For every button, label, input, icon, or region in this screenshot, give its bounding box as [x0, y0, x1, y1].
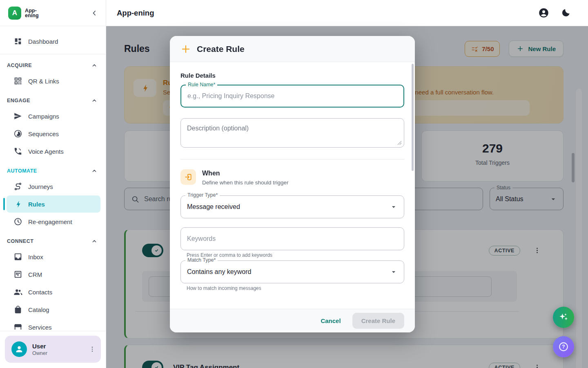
- keywords-field[interactable]: [180, 227, 404, 250]
- help-fab[interactable]: ?: [553, 336, 574, 357]
- description-field[interactable]: Description (optional): [180, 118, 404, 148]
- sidebar-item-qr-links[interactable]: QR & Links: [7, 72, 100, 90]
- sidebar: A App- ening Dashboard ACQUIRE QR & Link…: [0, 0, 106, 368]
- user-menu-button[interactable]: [89, 346, 96, 353]
- inbox-icon: [13, 252, 22, 261]
- chevron-down-icon: [390, 203, 398, 211]
- app-logo: A: [8, 7, 21, 20]
- sidebar-item-re-engagement[interactable]: Re-engagement: [7, 213, 100, 230]
- trigger-type-label: Trigger Type*: [185, 192, 220, 198]
- user-name: User: [32, 343, 47, 350]
- sparkles-icon: [558, 312, 569, 323]
- when-texts: When Define when this rule should trigge…: [202, 169, 289, 186]
- account-button[interactable]: [538, 7, 549, 18]
- sidebar-item-campaigns[interactable]: Campaigns: [7, 108, 100, 125]
- sidebar-item-label: QR & Links: [28, 78, 59, 85]
- sidebar-item-label: Dashboard: [28, 38, 58, 45]
- route-icon: [13, 182, 22, 191]
- more-vert-icon: [89, 346, 96, 353]
- modal-scrollbar-thumb[interactable]: [412, 64, 414, 171]
- account-circle-icon: [538, 7, 549, 18]
- rule-name-field[interactable]: Rule Name*: [180, 85, 404, 108]
- sidebar-section-connect[interactable]: CONNECT: [0, 234, 106, 247]
- match-type-label: Match Type*: [185, 257, 218, 263]
- phone-icon: [13, 147, 22, 156]
- moon-icon: [561, 8, 571, 18]
- sidebar-section-acquire[interactable]: ACQUIRE: [0, 58, 106, 72]
- storefront-icon: [13, 323, 22, 330]
- resize-handle-icon[interactable]: [397, 141, 402, 145]
- trigger-type-select[interactable]: Trigger Type* Message received: [180, 195, 404, 218]
- trigger-type-value: Message received: [187, 203, 240, 211]
- sidebar-item-voice-agents[interactable]: Voice Agents: [7, 143, 100, 160]
- plus-icon: [180, 44, 191, 54]
- sidebar-item-dashboard[interactable]: Dashboard: [7, 33, 100, 50]
- divider: [0, 54, 106, 54]
- sidebar-item-label: CRM: [28, 271, 42, 278]
- create-rule-modal: Create Rule Rule Details Rule Name* Desc…: [170, 36, 415, 332]
- top-header: App-ening: [106, 0, 588, 26]
- sidebar-item-contacts[interactable]: Contacts: [7, 283, 100, 301]
- sidebar-item-sequences[interactable]: Sequences: [7, 125, 100, 142]
- rule-name-label: Rule Name*: [186, 82, 217, 88]
- sidebar-item-rules[interactable]: Rules: [7, 195, 100, 213]
- user-card[interactable]: User Owner: [5, 336, 101, 363]
- send-icon: [13, 112, 22, 121]
- sidebar-item-label: Journeys: [28, 183, 53, 190]
- modal-header: Create Rule: [170, 36, 415, 62]
- qr-code-icon: [13, 76, 22, 85]
- help-icon: ?: [558, 341, 569, 352]
- dashboard-icon: [13, 37, 22, 46]
- rule-name-input[interactable]: [187, 92, 397, 100]
- sidebar-item-label: Catalog: [28, 306, 49, 313]
- sidebar-header: A App- ening: [0, 0, 106, 26]
- sidebar-item-label: Voice Agents: [28, 148, 64, 155]
- modal-body: Rule Details Rule Name* Description (opt…: [170, 62, 415, 309]
- section-label: ACQUIRE: [7, 63, 32, 68]
- modal-footer: Cancel Create Rule: [170, 309, 415, 332]
- create-rule-submit-button[interactable]: Create Rule: [352, 313, 404, 329]
- timelapse-icon: [13, 129, 22, 138]
- when-section-header: When Define when this rule should trigge…: [180, 169, 404, 186]
- dark-mode-toggle[interactable]: [561, 8, 571, 18]
- when-title: When: [202, 170, 289, 177]
- sidebar-item-label: Sequences: [28, 130, 59, 137]
- user-meta: User Owner: [32, 343, 47, 356]
- match-type-value: Contains any keyword: [187, 268, 251, 276]
- sidebar-item-label: Contacts: [28, 289, 52, 296]
- clock-icon: [13, 217, 22, 226]
- match-type-select[interactable]: Match Type* Contains any keyword: [180, 260, 404, 283]
- sidebar-item-catalog[interactable]: Catalog: [7, 301, 100, 318]
- header-actions: [538, 7, 571, 18]
- chevron-up-icon: [91, 97, 98, 104]
- chevron-left-icon: [90, 9, 98, 17]
- sidebar-item-label: Services: [28, 324, 52, 330]
- sidebar-item-journeys[interactable]: Journeys: [7, 178, 100, 195]
- sidebar-item-crm[interactable]: CRM: [7, 266, 100, 283]
- chevron-up-icon: [91, 238, 98, 245]
- ai-assistant-fab[interactable]: [553, 307, 574, 328]
- cancel-button[interactable]: Cancel: [315, 314, 346, 328]
- sidebar-collapse-button[interactable]: [90, 9, 98, 17]
- when-subtitle: Define when this rule should trigger: [202, 180, 289, 186]
- sidebar-item-services[interactable]: Services: [7, 319, 100, 330]
- section-label: AUTOMATE: [7, 168, 37, 174]
- kanban-icon: [13, 270, 22, 279]
- chevron-down-icon: [390, 268, 398, 276]
- app-logo-text: App- ening: [25, 8, 39, 18]
- people-icon: [13, 287, 22, 296]
- section-label: ENGAGE: [7, 98, 30, 103]
- keywords-input[interactable]: [187, 235, 398, 242]
- section-label: CONNECT: [7, 238, 33, 244]
- sidebar-item-label: Inbox: [28, 254, 43, 260]
- sidebar-section-automate[interactable]: AUTOMATE: [0, 164, 106, 177]
- sidebar-item-label: Rules: [28, 201, 45, 208]
- sidebar-item-inbox[interactable]: Inbox: [7, 248, 100, 265]
- logo-text-top: App-: [25, 8, 39, 13]
- sidebar-section-engage[interactable]: ENGAGE: [0, 94, 106, 107]
- sidebar-footer: User Owner: [0, 331, 106, 368]
- svg-text:?: ?: [562, 344, 565, 350]
- logo-letter: A: [12, 9, 17, 17]
- shopping-bag-icon: [13, 305, 22, 314]
- description-label: Description (optional): [187, 125, 249, 132]
